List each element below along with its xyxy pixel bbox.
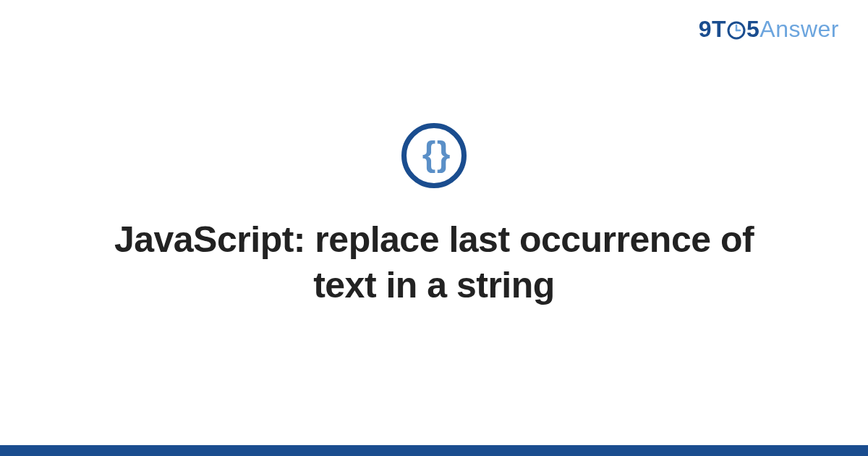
page-title: JavaScript: replace last occurrence of t… — [109, 217, 760, 308]
curly-braces-icon: { } — [422, 137, 446, 172]
category-icon-circle: { } — [401, 123, 467, 188]
main-content: { } JavaScript: replace last occurrence … — [0, 0, 868, 445]
footer-accent-bar — [0, 445, 868, 456]
